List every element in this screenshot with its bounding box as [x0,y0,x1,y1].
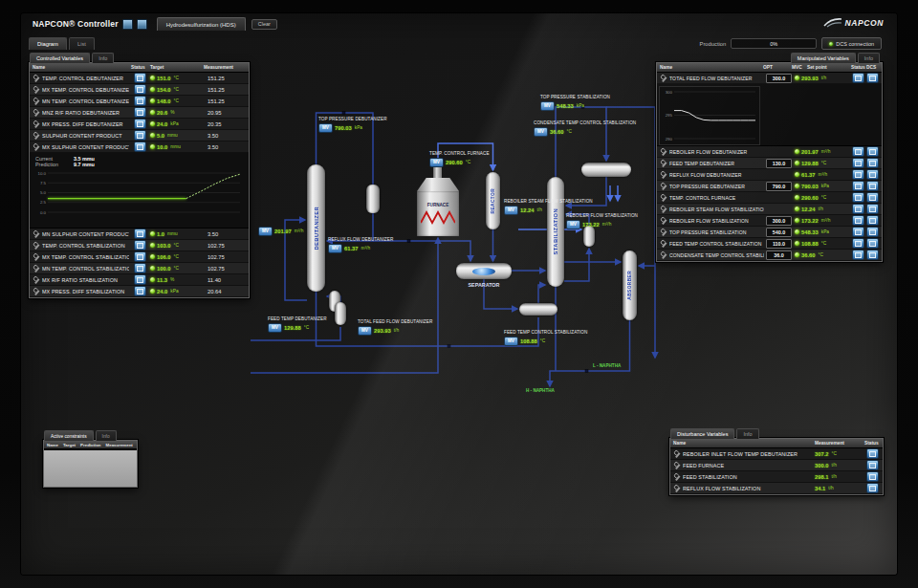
opt-input[interactable]: 790.0 [766,182,792,191]
mv-row[interactable]: TOTAL FEED FLOW DEBUTANIZER300.0293.93t/… [657,73,882,84]
cv-status-button[interactable] [134,119,146,129]
mv-badge[interactable]: MV [540,101,555,111]
vessel-furnace[interactable]: FURNACE [417,167,459,236]
tab-controlled-variables[interactable]: Controlled Variables [30,53,90,63]
dv-row[interactable]: FEED FURNACE300.0t/h [670,460,883,471]
cv-status-button[interactable] [134,274,146,285]
opt-input[interactable]: 300.0 [766,74,792,83]
mv-dcs-button[interactable] [866,146,879,157]
dv-status-button[interactable] [866,460,879,470]
cv-row[interactable]: MX PRESS. DIFF DEBUTANIZER24.0kPa20.35 [30,119,249,130]
mv-row[interactable]: TOP PRESSURE STABILIZATION540.0548.33kPa [657,227,882,238]
mv-dcs-button[interactable] [866,215,879,226]
dv-status-button[interactable] [866,483,879,493]
cv-status-button[interactable] [134,73,146,83]
apps-icon[interactable] [122,19,133,30]
mv-status-button[interactable] [852,73,864,83]
mv-status-button[interactable] [852,215,864,226]
tab-mv-info[interactable]: Info [858,53,880,63]
opt-input[interactable]: 36.0 [766,250,792,260]
cv-status-button[interactable] [134,130,146,141]
cv-status-button[interactable] [134,286,146,296]
cv-status-button[interactable] [134,263,146,273]
mv-row[interactable]: TOP PRESSURE DEBUTANIZER790.0790.03kPa [657,181,882,192]
mv-row[interactable]: REBOILER FLOW DEBUTANIZER201.97m³/h [657,146,882,158]
tab-ac-info[interactable]: Info [96,430,117,441]
mv-badge[interactable]: MV [328,244,342,253]
opt-input[interactable]: 300.0 [766,216,792,226]
mv-dcs-button[interactable] [866,73,879,83]
cv-status-button[interactable] [134,84,146,95]
mv-dcs-button[interactable] [866,158,879,168]
cv-row[interactable]: MN TEMP. CONTROL DEBUTANIZER148.0°C151.2… [30,96,249,107]
tab-disturbance-variables[interactable]: Disturbance Variables [670,428,734,439]
cv-row[interactable]: TEMP. CONTROL DEBUTANIZER151.0°C151.25 [30,73,249,84]
mv-row[interactable]: REBOILER STEAM FLOW STABILIZATION12.24t/… [657,204,882,215]
mv-dcs-button[interactable] [866,192,879,203]
mv-dcs-button[interactable] [866,181,879,191]
mv-status-button[interactable] [852,169,864,180]
mv-status-button[interactable] [852,181,864,191]
diagram-tag[interactable]: FEED TEMP CONTROL STABILIZATIONMV108.88°… [504,330,587,346]
dv-status-button[interactable] [866,471,879,482]
mv-dcs-button[interactable] [866,169,879,180]
mv-badge[interactable]: MV [566,220,580,229]
cv-row[interactable]: MX TEMP. CONTROL STABILIZATION106.0°C102… [30,251,249,263]
dv-row[interactable]: REBOILER INLET FLOW TEMP DEBUTANIZER307.… [670,448,883,460]
diagram-tag[interactable]: CONDENSATE TEMP CONTROL STABILIZATIONMV3… [534,120,636,137]
cv-status-button[interactable] [134,240,146,250]
mv-badge[interactable]: MV [258,227,273,236]
tab-cv-info[interactable]: Info [92,53,114,63]
cv-row[interactable]: TEMP. CONTROL STABILIZATION103.0°C102.75 [30,240,249,251]
mv-status-button[interactable] [852,250,864,260]
vessel-absorber[interactable]: ABSORBER [623,250,637,320]
cv-row[interactable]: MX SULPHUR CONTENT PRODUCT10.0mmu3.50 [30,142,249,153]
cv-status-button[interactable] [134,229,146,239]
mv-status-button[interactable] [852,227,864,237]
diagram-tag[interactable]: TEMP. CONTROL FURNACEMV290.60°C [429,151,490,167]
mv-row[interactable]: FEED TEMP CONTROL STABILIZATION110.0108.… [657,238,882,250]
cv-row[interactable]: SULPHUR CONTENT PRODUCT5.0mmu3.50 [30,130,249,142]
mv-status-button[interactable] [852,192,864,203]
diagram-tag[interactable]: TOTAL FEED FLOW DEBUTANIZERMV293.93t/h [358,319,432,336]
vessel-separator[interactable] [456,263,512,279]
tab-active-constraints[interactable]: Active constraints [44,430,94,441]
clear-button[interactable]: Clear [251,19,277,30]
diagram-tag[interactable]: TOP PRESSURE DEBUTANIZERMV790.03kPa [318,117,387,133]
mv-badge[interactable]: MV [268,323,282,333]
dv-row[interactable]: FEED STABILIZATION298.1t/h [670,471,883,483]
tab-diagram[interactable]: Diagram [29,37,67,50]
tab-manipulated-variables[interactable]: Manipulated Variables [791,53,856,63]
cv-row[interactable]: MN SULPHUR CONTENT PRODUCT1.0mmu3.50 [30,229,249,240]
mv-status-button[interactable] [852,146,864,157]
cv-status-button[interactable] [134,96,146,106]
mv-status-button[interactable] [852,158,864,168]
mv-row[interactable]: TEMP. CONTROL FURNACE290.60°C [657,192,882,204]
cv-row[interactable]: MX PRESS. DIFF STABILIZATION24.0kPa20.64 [30,286,249,297]
mv-status-button[interactable] [852,204,864,214]
diagram-tag[interactable]: REBOILER FLOW STABILIZATIONMV173.22m³/h [566,213,638,229]
cv-status-button[interactable] [134,142,146,152]
mv-row[interactable]: REFLUX FLOW DEBUTANIZER61.37m³/h [657,169,882,181]
opt-input[interactable]: 110.0 [766,239,792,249]
mv-badge[interactable]: MV [358,326,372,336]
cv-row[interactable]: MX TEMP. CONTROL DEBUTANIZER154.0°C151.2… [30,84,249,96]
diagram-tag[interactable]: MV201.97m³/h [258,227,303,236]
diagram-tag[interactable]: REFLUX FLOW DEBUTANIZERMV61.37m³/h [328,237,393,253]
mv-dcs-button[interactable] [866,227,879,237]
diagram-tag[interactable]: FEED TEMP DEBUTANIZERMV129.88°C [268,316,327,333]
mv-row[interactable]: REBOILER FLOW STABILIZATION300.0173.22m³… [657,215,882,227]
vessel-reactor[interactable]: REACTOR [486,172,500,229]
mv-row[interactable]: FEED TEMP DEBUTANIZER130.0129.88°C [657,158,882,169]
mv-badge[interactable]: MV [318,123,333,133]
dv-row[interactable]: REFLUX FLOW STABILIZATION34.1t/h [670,483,883,494]
mv-badge[interactable]: MV [504,206,518,215]
dv-status-button[interactable] [866,448,879,459]
cv-status-button[interactable] [134,107,146,118]
mv-row[interactable]: CONDENSATE TEMP CONTROL STABILIZATION36.… [657,250,882,261]
mv-badge[interactable]: MV [504,337,518,346]
cv-row[interactable]: MX R/F RATIO STABILIZATION11.3%11.40 [30,274,249,286]
dcs-connection-button[interactable]: DCS connection [821,37,882,50]
vessel-debutanizer[interactable]: DEBUTANIZER [307,164,325,292]
diagram-tag[interactable]: TOP PRESSURE STABILIZATIONMV548.33kPa [540,95,610,111]
